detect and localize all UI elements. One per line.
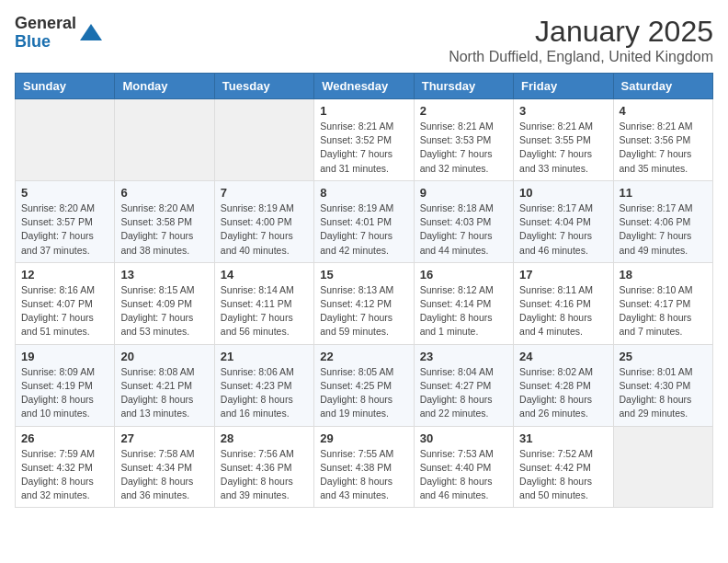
day-number: 16	[420, 268, 507, 282]
month-title: January 2025	[449, 15, 713, 49]
day-number: 14	[221, 268, 308, 282]
day-number: 23	[420, 350, 507, 363]
calendar-cell: 18Sunrise: 8:10 AM Sunset: 4:17 PM Dayli…	[613, 262, 712, 344]
calendar-cell: 6Sunrise: 8:20 AM Sunset: 3:58 PM Daylig…	[115, 180, 214, 262]
calendar-header-row: SundayMondayTuesdayWednesdayThursdayFrid…	[16, 74, 713, 99]
calendar-cell: 26Sunrise: 7:59 AM Sunset: 4:32 PM Dayli…	[16, 426, 115, 508]
calendar-cell: 20Sunrise: 8:08 AM Sunset: 4:21 PM Dayli…	[115, 344, 214, 426]
page-header: General Blue January 2025 North Duffield…	[15, 15, 713, 65]
day-info: Sunrise: 8:21 AM Sunset: 3:55 PM Dayligh…	[519, 120, 607, 176]
calendar-cell: 14Sunrise: 8:14 AM Sunset: 4:11 PM Dayli…	[214, 262, 313, 344]
day-number: 20	[120, 350, 208, 363]
calendar-week-row: 26Sunrise: 7:59 AM Sunset: 4:32 PM Dayli…	[16, 426, 713, 508]
day-number: 30	[420, 431, 507, 445]
calendar-cell: 15Sunrise: 8:13 AM Sunset: 4:12 PM Dayli…	[314, 262, 414, 344]
calendar-cell: 13Sunrise: 8:15 AM Sunset: 4:09 PM Dayli…	[115, 262, 214, 344]
calendar-header-monday: Monday	[115, 74, 214, 99]
calendar-cell: 12Sunrise: 8:16 AM Sunset: 4:07 PM Dayli…	[16, 262, 115, 344]
day-number: 29	[320, 431, 407, 445]
calendar-cell	[16, 99, 115, 181]
day-number: 3	[519, 104, 607, 118]
day-info: Sunrise: 8:17 AM Sunset: 4:06 PM Dayligh…	[620, 201, 707, 258]
logo-blue: Blue	[15, 33, 76, 52]
day-info: Sunrise: 7:52 AM Sunset: 4:42 PM Dayligh…	[519, 447, 607, 503]
calendar-cell: 19Sunrise: 8:09 AM Sunset: 4:19 PM Dayli…	[16, 344, 115, 426]
day-number: 10	[519, 186, 607, 200]
day-number: 12	[21, 268, 108, 282]
day-info: Sunrise: 8:21 AM Sunset: 3:52 PM Dayligh…	[320, 120, 407, 176]
day-number: 5	[21, 186, 108, 200]
day-number: 1	[320, 104, 407, 118]
day-info: Sunrise: 7:59 AM Sunset: 4:32 PM Dayligh…	[21, 447, 108, 503]
svg-marker-0	[80, 24, 102, 40]
day-number: 11	[620, 186, 707, 200]
calendar-header-wednesday: Wednesday	[314, 74, 414, 99]
day-info: Sunrise: 8:14 AM Sunset: 4:11 PM Dayligh…	[221, 283, 308, 339]
day-number: 15	[320, 268, 407, 282]
day-number: 18	[620, 268, 707, 282]
day-info: Sunrise: 8:11 AM Sunset: 4:16 PM Dayligh…	[519, 283, 607, 339]
day-number: 13	[120, 268, 208, 282]
day-info: Sunrise: 8:09 AM Sunset: 4:19 PM Dayligh…	[21, 365, 108, 421]
day-info: Sunrise: 8:13 AM Sunset: 4:12 PM Dayligh…	[320, 283, 407, 339]
day-number: 31	[519, 431, 607, 445]
day-info: Sunrise: 7:53 AM Sunset: 4:40 PM Dayligh…	[420, 447, 507, 503]
day-number: 28	[221, 431, 308, 445]
day-info: Sunrise: 8:20 AM Sunset: 3:58 PM Dayligh…	[120, 201, 208, 258]
day-number: 22	[320, 350, 407, 363]
day-number: 9	[420, 186, 507, 200]
day-info: Sunrise: 8:08 AM Sunset: 4:21 PM Dayligh…	[120, 365, 208, 421]
calendar-cell: 22Sunrise: 8:05 AM Sunset: 4:25 PM Dayli…	[314, 344, 414, 426]
calendar-cell: 28Sunrise: 7:56 AM Sunset: 4:36 PM Dayli…	[214, 426, 313, 508]
calendar-week-row: 19Sunrise: 8:09 AM Sunset: 4:19 PM Dayli…	[16, 344, 713, 426]
calendar-cell: 29Sunrise: 7:55 AM Sunset: 4:38 PM Dayli…	[314, 426, 414, 508]
day-info: Sunrise: 8:15 AM Sunset: 4:09 PM Dayligh…	[120, 283, 208, 339]
calendar-cell: 31Sunrise: 7:52 AM Sunset: 4:42 PM Dayli…	[514, 426, 613, 508]
calendar-cell: 9Sunrise: 8:18 AM Sunset: 4:03 PM Daylig…	[414, 180, 513, 262]
day-info: Sunrise: 7:56 AM Sunset: 4:36 PM Dayligh…	[221, 447, 308, 503]
day-number: 19	[21, 350, 108, 363]
day-info: Sunrise: 8:05 AM Sunset: 4:25 PM Dayligh…	[320, 365, 407, 421]
day-number: 26	[21, 431, 108, 445]
location: North Duffield, England, United Kingdom	[449, 49, 713, 65]
calendar-cell: 8Sunrise: 8:19 AM Sunset: 4:01 PM Daylig…	[314, 180, 414, 262]
day-info: Sunrise: 7:55 AM Sunset: 4:38 PM Dayligh…	[320, 447, 407, 503]
calendar-cell: 1Sunrise: 8:21 AM Sunset: 3:52 PM Daylig…	[314, 99, 414, 181]
calendar-week-row: 5Sunrise: 8:20 AM Sunset: 3:57 PM Daylig…	[16, 180, 713, 262]
calendar-cell: 21Sunrise: 8:06 AM Sunset: 4:23 PM Dayli…	[214, 344, 313, 426]
day-number: 2	[420, 104, 507, 118]
day-number: 8	[320, 186, 407, 200]
day-info: Sunrise: 8:19 AM Sunset: 4:01 PM Dayligh…	[320, 201, 407, 258]
calendar-header-tuesday: Tuesday	[214, 74, 313, 99]
day-info: Sunrise: 8:18 AM Sunset: 4:03 PM Dayligh…	[420, 201, 507, 258]
calendar-cell: 11Sunrise: 8:17 AM Sunset: 4:06 PM Dayli…	[613, 180, 712, 262]
calendar-cell: 5Sunrise: 8:20 AM Sunset: 3:57 PM Daylig…	[16, 180, 115, 262]
calendar-cell: 27Sunrise: 7:58 AM Sunset: 4:34 PM Dayli…	[115, 426, 214, 508]
logo-icon	[78, 20, 104, 46]
calendar-cell: 10Sunrise: 8:17 AM Sunset: 4:04 PM Dayli…	[514, 180, 613, 262]
calendar-header-sunday: Sunday	[16, 74, 115, 99]
calendar-week-row: 1Sunrise: 8:21 AM Sunset: 3:52 PM Daylig…	[16, 99, 713, 181]
logo-general: General	[15, 15, 76, 33]
calendar-cell: 24Sunrise: 8:02 AM Sunset: 4:28 PM Dayli…	[514, 344, 613, 426]
day-info: Sunrise: 8:21 AM Sunset: 3:53 PM Dayligh…	[420, 120, 507, 176]
day-info: Sunrise: 8:10 AM Sunset: 4:17 PM Dayligh…	[620, 283, 707, 339]
calendar-cell: 7Sunrise: 8:19 AM Sunset: 4:00 PM Daylig…	[214, 180, 313, 262]
day-number: 24	[519, 350, 607, 363]
day-info: Sunrise: 8:17 AM Sunset: 4:04 PM Dayligh…	[519, 201, 607, 258]
calendar-cell	[214, 99, 313, 181]
calendar-cell: 30Sunrise: 7:53 AM Sunset: 4:40 PM Dayli…	[414, 426, 513, 508]
day-info: Sunrise: 8:12 AM Sunset: 4:14 PM Dayligh…	[420, 283, 507, 339]
day-number: 17	[519, 268, 607, 282]
logo: General Blue	[15, 15, 104, 52]
day-info: Sunrise: 7:58 AM Sunset: 4:34 PM Dayligh…	[120, 447, 208, 503]
day-info: Sunrise: 8:19 AM Sunset: 4:00 PM Dayligh…	[221, 201, 308, 258]
day-number: 6	[120, 186, 208, 200]
calendar-header-thursday: Thursday	[414, 74, 513, 99]
day-info: Sunrise: 8:16 AM Sunset: 4:07 PM Dayligh…	[21, 283, 108, 339]
calendar-cell: 2Sunrise: 8:21 AM Sunset: 3:53 PM Daylig…	[414, 99, 513, 181]
day-info: Sunrise: 8:20 AM Sunset: 3:57 PM Dayligh…	[21, 201, 108, 258]
calendar-cell: 25Sunrise: 8:01 AM Sunset: 4:30 PM Dayli…	[613, 344, 712, 426]
calendar-cell: 4Sunrise: 8:21 AM Sunset: 3:56 PM Daylig…	[613, 99, 712, 181]
day-number: 27	[120, 431, 208, 445]
